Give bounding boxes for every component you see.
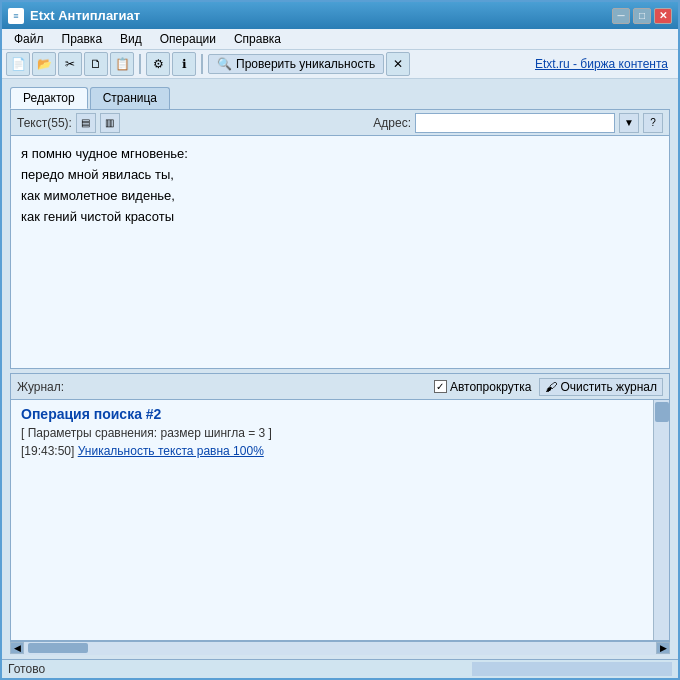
menu-bar: Файл Правка Вид Операции Справка (2, 29, 678, 50)
etxt-link[interactable]: Etxt.ru - биржа контента (535, 57, 674, 71)
journal-toolbar: Журнал: ✓ Автопрокрутка 🖌 Очистить журна… (11, 374, 669, 400)
journal-result: [19:43:50] Уникальность текста равна 100… (21, 444, 639, 458)
brush-icon: 🖌 (545, 380, 557, 394)
check-uniqueness-button[interactable]: 🔍 Проверить уникальность (208, 54, 384, 74)
journal-result-link[interactable]: Уникальность текста равна 100% (78, 444, 264, 458)
status-right (472, 662, 672, 676)
new-button[interactable]: 📄 (6, 52, 30, 76)
toolbar-separator-2 (201, 54, 203, 74)
check-uniqueness-label: Проверить уникальность (236, 57, 375, 71)
editor-body[interactable]: я помню чудное мгновенье: передо мной яв… (11, 136, 669, 368)
address-input[interactable] (415, 113, 615, 133)
app-icon: ≡ (8, 8, 24, 24)
journal-params: [ Параметры сравнения: размер шингла = 3… (21, 426, 639, 440)
toolbar: 📄 📂 ✂ 🗋 📋 ⚙ ℹ 🔍 Проверить уникальность ✕… (2, 50, 678, 79)
search-icon: 🔍 (217, 57, 232, 71)
tabs-container: Редактор Страница (6, 83, 674, 109)
minimize-button[interactable]: ─ (612, 8, 630, 24)
journal-label: Журнал: (17, 380, 64, 394)
clear-journal-button[interactable]: 🖌 Очистить журнал (539, 378, 663, 396)
text-line-3: как мимолетное виденье, (21, 186, 659, 207)
title-bar-left: ≡ Etxt Антиплагиат (8, 8, 140, 24)
info-button[interactable]: ℹ (172, 52, 196, 76)
close-button[interactable]: ✕ (654, 8, 672, 24)
scroll-thumb[interactable] (28, 643, 88, 653)
cancel-check-button[interactable]: ✕ (386, 52, 410, 76)
title-bar: ≡ Etxt Антиплагиат ─ □ ✕ (2, 2, 678, 29)
autoscroll-checkbox-container[interactable]: ✓ Автопрокрутка (434, 380, 531, 394)
menu-view[interactable]: Вид (112, 30, 150, 48)
editor-toolbar: Текст(55): ▤ ▥ Адрес: ▼ ? (11, 110, 669, 136)
menu-help[interactable]: Справка (226, 30, 289, 48)
title-buttons: ─ □ ✕ (612, 8, 672, 24)
filter-icon[interactable]: ▼ (619, 113, 639, 133)
tabs: Редактор Страница (6, 83, 674, 109)
menu-file[interactable]: Файл (6, 30, 52, 48)
scroll-right-button[interactable]: ▶ (656, 642, 670, 654)
autoscroll-checkbox[interactable]: ✓ (434, 380, 447, 393)
journal-panel: Журнал: ✓ Автопрокрутка 🖌 Очистить журна… (10, 373, 670, 640)
toolbar-separator (139, 54, 141, 74)
help-icon[interactable]: ? (643, 113, 663, 133)
journal-operation-title: Операция поиска #2 (21, 406, 639, 422)
address-label: Адрес: (373, 116, 411, 130)
horizontal-scrollbar[interactable]: ◀ ▶ (10, 641, 670, 655)
settings-button[interactable]: ⚙ (146, 52, 170, 76)
menu-edit[interactable]: Правка (54, 30, 111, 48)
text-line-1: я помню чудное мгновенье: (21, 144, 659, 165)
tab-page[interactable]: Страница (90, 87, 170, 109)
menu-operations[interactable]: Операции (152, 30, 224, 48)
status-bar: Готово (2, 659, 678, 678)
main-content: Редактор Страница Текст(55): ▤ ▥ Адрес: … (2, 79, 678, 658)
status-text: Готово (8, 662, 472, 676)
cut-button[interactable]: ✂ (58, 52, 82, 76)
paste-button[interactable]: 📋 (110, 52, 134, 76)
autoscroll-label: Автопрокрутка (450, 380, 531, 394)
journal-body: Операция поиска #2 [ Параметры сравнения… (11, 400, 669, 639)
app-title: Etxt Антиплагиат (30, 8, 140, 23)
scroll-track (24, 643, 656, 653)
journal-scroll-thumb[interactable] (655, 402, 669, 422)
scroll-left-button[interactable]: ◀ (10, 642, 24, 654)
text-line-2: передо мной явилась ты, (21, 165, 659, 186)
editor-icon-1[interactable]: ▤ (76, 113, 96, 133)
copy-button[interactable]: 🗋 (84, 52, 108, 76)
clear-journal-label: Очистить журнал (560, 380, 657, 394)
editor-label: Текст(55): (17, 116, 72, 130)
editor-icon-2[interactable]: ▥ (100, 113, 120, 133)
maximize-button[interactable]: □ (633, 8, 651, 24)
editor-panel: Текст(55): ▤ ▥ Адрес: ▼ ? я помню чудное… (10, 109, 670, 369)
text-line-4: как гений чистой красоты (21, 207, 659, 228)
journal-result-prefix: [19:43:50] (21, 444, 78, 458)
journal-scrollbar[interactable] (653, 400, 669, 639)
tab-editor[interactable]: Редактор (10, 87, 88, 109)
open-button[interactable]: 📂 (32, 52, 56, 76)
